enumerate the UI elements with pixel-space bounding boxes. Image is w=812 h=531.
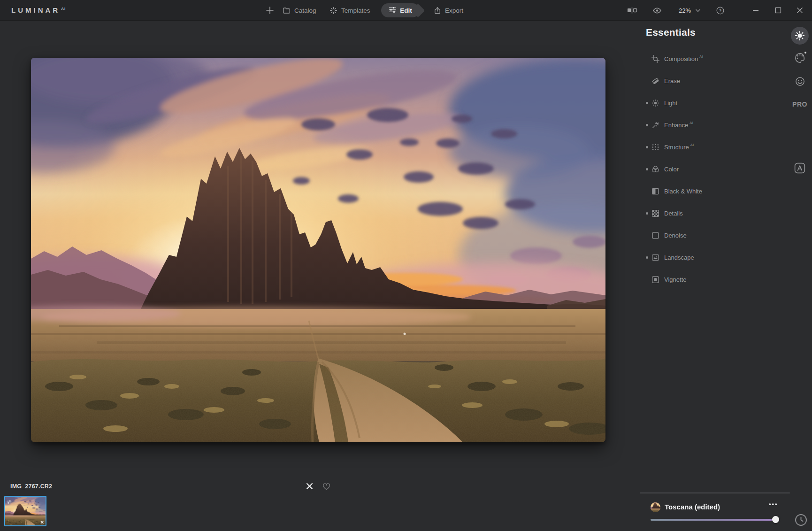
- add-icon: [266, 6, 274, 15]
- tab-export[interactable]: Export: [434, 0, 463, 21]
- thumbnail-reject-icon[interactable]: ✕: [40, 520, 44, 525]
- tool-label: Structure: [664, 144, 689, 151]
- filename-label: IMG_2767.CR2: [10, 483, 52, 490]
- edited-dot: [646, 212, 648, 215]
- sun-icon: [795, 31, 805, 41]
- reject-x-icon: [306, 482, 314, 490]
- crop-icon: [651, 55, 659, 63]
- picture-icon: [651, 254, 659, 262]
- tool-light[interactable]: Light: [646, 92, 754, 114]
- filmstrip-thumbnail[interactable]: ✕: [4, 496, 46, 526]
- edit-tools-list: Composition AI Erase: [646, 48, 754, 291]
- tool-label: Color: [664, 166, 679, 173]
- tool-color[interactable]: Color: [646, 158, 754, 180]
- tab-edit[interactable]: Edit: [381, 3, 420, 17]
- dots-grid-icon: [651, 143, 659, 151]
- minimize-button[interactable]: [752, 0, 759, 21]
- edited-dot: [646, 124, 648, 126]
- checkerboard-icon: [651, 209, 659, 217]
- tool-label: Light: [664, 100, 677, 107]
- compare-icon: [627, 7, 637, 14]
- tool-label: Enhance: [664, 122, 688, 129]
- edited-dot: [646, 256, 648, 259]
- notification-dot: [804, 52, 806, 54]
- chevron-down-icon: [696, 9, 700, 12]
- tab-catalog[interactable]: Catalog: [283, 0, 316, 21]
- tab-edit-label: Edit: [400, 7, 412, 14]
- magic-wand-icon: [651, 121, 659, 129]
- smiley-icon: [795, 76, 805, 87]
- help-button[interactable]: ?: [716, 0, 724, 21]
- help-icon: ?: [716, 7, 724, 15]
- tool-erase[interactable]: Erase: [646, 70, 754, 92]
- tool-label: Denoise: [664, 232, 687, 239]
- favorite-button[interactable]: [322, 483, 330, 492]
- tool-enhance[interactable]: Enhance AI: [646, 114, 754, 136]
- tool-label: Details: [664, 210, 683, 217]
- logo-ai-sup: AI: [61, 7, 66, 11]
- photo-main[interactable]: [31, 58, 605, 442]
- tool-structure[interactable]: Structure AI: [646, 136, 754, 158]
- app-logo: LUMINARAI: [11, 6, 66, 14]
- sliders-icon: [389, 6, 396, 15]
- reject-button[interactable]: [306, 482, 314, 492]
- template-name: Toscana (edited): [665, 503, 720, 511]
- template-intensity-slider[interactable]: [651, 519, 778, 521]
- compare-button[interactable]: [627, 0, 637, 21]
- tool-denoise[interactable]: Denoise: [646, 224, 754, 246]
- masking-a-icon: [794, 162, 805, 174]
- edited-sliders-icon: [7, 498, 12, 507]
- history-button[interactable]: [795, 514, 807, 528]
- zoom-control[interactable]: 22%: [679, 0, 700, 21]
- close-icon: [796, 7, 804, 14]
- tool-details[interactable]: Details: [646, 202, 754, 224]
- tab-templates[interactable]: Templates: [329, 0, 370, 21]
- tab-catalog-label: Catalog: [294, 7, 316, 14]
- quick-preview-button[interactable]: [652, 0, 662, 21]
- eraser-icon: [651, 77, 659, 85]
- tool-label: Landscape: [664, 254, 694, 261]
- panel-divider: [640, 493, 790, 493]
- topbar: LUMINARAI Catalog Templates: [0, 0, 812, 21]
- ai-badge: AI: [699, 54, 703, 59]
- tool-composition[interactable]: Composition AI: [646, 48, 754, 70]
- folder-icon: [283, 7, 291, 15]
- vignette-icon: [651, 276, 659, 284]
- maximize-icon: [774, 7, 782, 14]
- template-intensity-handle[interactable]: [772, 516, 779, 523]
- edited-dot: [646, 168, 648, 170]
- close-button[interactable]: [796, 0, 804, 21]
- tool-black-white[interactable]: Black & White: [646, 180, 754, 202]
- tab-export-label: Export: [445, 7, 463, 14]
- clock-icon: [795, 514, 807, 526]
- pro-label: PRO: [792, 100, 807, 108]
- add-photos-button[interactable]: [266, 0, 274, 21]
- edited-dot: [646, 146, 648, 148]
- edited-dot: [646, 102, 648, 104]
- maximize-button[interactable]: [774, 0, 782, 21]
- template-options-button[interactable]: •••: [769, 500, 778, 508]
- palette-icon: [795, 53, 805, 63]
- square-icon: [651, 231, 659, 239]
- tab-templates-label: Templates: [341, 7, 370, 14]
- rail-creative-button[interactable]: [789, 53, 810, 63]
- tool-label: Erase: [664, 77, 680, 85]
- heart-icon: [322, 483, 330, 491]
- eye-icon: [652, 7, 662, 14]
- tool-vignette[interactable]: Vignette: [646, 269, 754, 291]
- color-circles-icon: [651, 165, 659, 173]
- luminar-app-window: LUMINARAI Catalog Templates: [0, 0, 812, 531]
- tool-landscape[interactable]: Landscape: [646, 246, 754, 269]
- rail-essentials-button[interactable]: [789, 27, 810, 45]
- minimize-icon: [752, 7, 759, 14]
- rail-portrait-button[interactable]: [789, 76, 810, 87]
- tool-label: Vignette: [664, 276, 686, 283]
- half-square-icon: [651, 187, 659, 195]
- ai-badge: AI: [690, 143, 694, 147]
- wand-sparkle-icon: [329, 7, 337, 15]
- export-icon: [434, 7, 441, 15]
- tool-label: Composition: [664, 55, 698, 62]
- rail-local-masking-button[interactable]: [789, 162, 810, 174]
- rail-professional-button[interactable]: PRO: [789, 100, 810, 109]
- zoom-level-value: 22%: [679, 7, 691, 14]
